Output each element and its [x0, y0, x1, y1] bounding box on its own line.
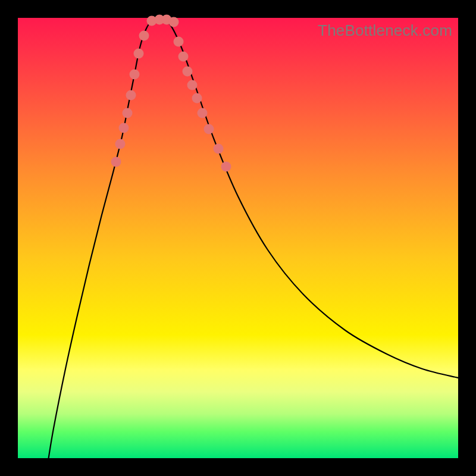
- data-dot: [183, 67, 193, 77]
- data-dots: [111, 15, 231, 172]
- data-dot: [134, 49, 144, 59]
- data-dot: [178, 52, 189, 62]
- data-dot: [139, 31, 149, 41]
- data-dot: [214, 144, 224, 154]
- data-dot: [187, 80, 198, 90]
- data-dot: [123, 108, 133, 118]
- data-dot: [169, 17, 179, 27]
- bottleneck-curve: [48, 19, 458, 464]
- data-dot: [174, 37, 184, 47]
- data-dot: [115, 139, 126, 149]
- data-dot: [126, 90, 136, 101]
- data-dot: [198, 108, 208, 118]
- data-dot: [192, 93, 202, 104]
- data-dot: [119, 123, 129, 133]
- data-dot: [221, 162, 231, 172]
- data-dot: [111, 157, 121, 167]
- chart-area: TheBottleneck.com: [18, 18, 458, 458]
- data-dot: [204, 124, 214, 134]
- data-dot: [130, 70, 140, 80]
- curve-plot: [18, 18, 458, 458]
